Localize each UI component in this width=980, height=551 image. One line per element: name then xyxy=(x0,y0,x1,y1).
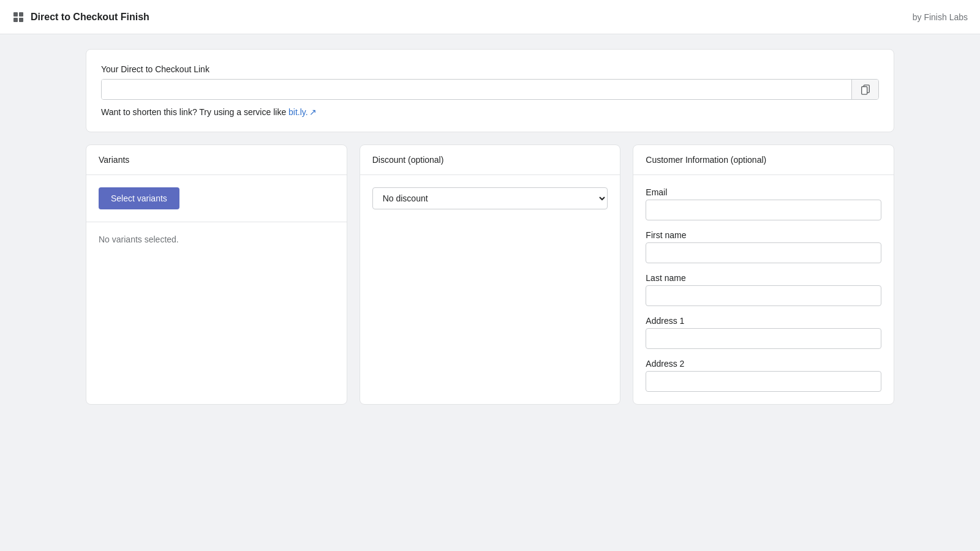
variants-button-section: Select variants xyxy=(86,175,347,222)
three-col-layout: Variants Select variants No variants sel… xyxy=(86,144,894,405)
variants-empty-message: No variants selected. xyxy=(86,222,347,257)
app-byline: by Finish Labs xyxy=(913,12,968,22)
checkout-link-label: Your Direct to Checkout Link xyxy=(101,64,879,74)
variants-title: Variants xyxy=(86,145,347,175)
last-name-input[interactable] xyxy=(646,285,881,306)
last-name-label: Last name xyxy=(646,273,881,283)
header-left: Direct to Checkout Finish xyxy=(12,11,149,23)
email-input[interactable] xyxy=(646,200,881,220)
svg-rect-0 xyxy=(13,12,18,17)
bitly-link[interactable]: bit.ly.↗ xyxy=(288,107,317,117)
address2-input[interactable] xyxy=(646,371,881,392)
address1-label: Address 1 xyxy=(646,316,881,326)
first-name-label: First name xyxy=(646,230,881,240)
customer-info-title: Customer Information (optional) xyxy=(633,145,894,175)
email-field-group: Email xyxy=(646,187,881,220)
select-variants-button[interactable]: Select variants xyxy=(99,187,179,209)
first-name-field-group: First name xyxy=(646,230,881,263)
address2-label: Address 2 xyxy=(646,359,881,369)
grid-icon xyxy=(12,11,24,23)
email-label: Email xyxy=(646,187,881,197)
clipboard-icon xyxy=(860,84,871,95)
variants-card: Variants Select variants No variants sel… xyxy=(86,144,347,405)
svg-rect-2 xyxy=(13,18,18,22)
main-content: Your Direct to Checkout Link Want to sho… xyxy=(0,34,980,419)
svg-rect-1 xyxy=(19,12,23,17)
discount-card: Discount (optional) No discount xyxy=(360,144,621,405)
first-name-input[interactable] xyxy=(646,242,881,263)
address2-field-group: Address 2 xyxy=(646,359,881,392)
copy-button[interactable] xyxy=(851,80,878,99)
customer-info-card: Customer Information (optional) Email Fi… xyxy=(633,144,894,405)
last-name-field-group: Last name xyxy=(646,273,881,306)
address1-input[interactable] xyxy=(646,328,881,349)
checkout-link-input[interactable] xyxy=(102,80,851,99)
address1-field-group: Address 1 xyxy=(646,316,881,349)
shorten-link-text: Want to shorten this link? Try using a s… xyxy=(101,107,879,117)
customer-info-body: Email First name Last name Address 1 Add xyxy=(633,175,894,404)
discount-title: Discount (optional) xyxy=(360,145,620,175)
checkout-link-card: Your Direct to Checkout Link Want to sho… xyxy=(86,49,894,132)
discount-select[interactable]: No discount xyxy=(372,187,608,209)
external-link-icon: ↗ xyxy=(309,107,317,117)
link-input-group xyxy=(101,79,879,100)
svg-rect-5 xyxy=(861,87,867,95)
app-header: Direct to Checkout Finish by Finish Labs xyxy=(0,0,980,34)
svg-rect-3 xyxy=(19,18,23,22)
app-title: Direct to Checkout Finish xyxy=(31,12,149,23)
discount-body: No discount xyxy=(360,175,620,222)
